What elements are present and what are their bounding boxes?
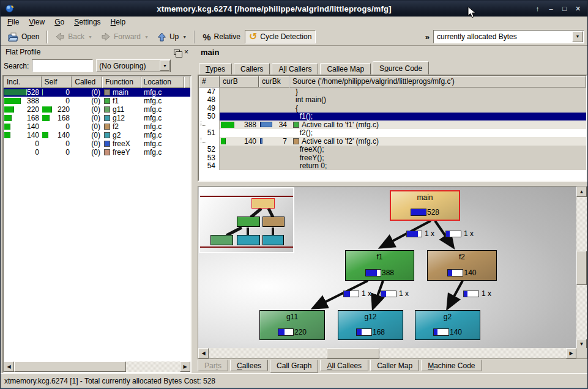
open-button[interactable]: Open <box>4 30 43 44</box>
minimize-button[interactable]: – <box>546 5 556 12</box>
toolbar-overflow-button[interactable]: » <box>425 32 430 42</box>
graph-node-main[interactable]: main 528 <box>390 190 460 221</box>
tab-callees[interactable]: Callees <box>230 360 268 371</box>
menu-go[interactable]: Go <box>50 17 69 28</box>
flat-table-hscrollbar[interactable]: ◀ ▶ <box>4 361 190 372</box>
chevron-down-icon[interactable]: ▼ <box>572 31 583 42</box>
table-row-freeY[interactable]: 0 0 (0) freeY mfg.c <box>4 148 190 157</box>
source-line[interactable]: 53 freeY(); <box>199 154 586 162</box>
function-color-swatch <box>104 115 110 121</box>
dock-close-icon[interactable]: × <box>184 49 188 55</box>
tab-call-graph[interactable]: Call Graph <box>270 360 318 373</box>
edge-label-main-f2: 1 x <box>445 229 474 238</box>
graph-hscrollbar[interactable]: ◀ ▶ <box>198 348 576 358</box>
grouping-combobox[interactable]: (No Grouping) ▼ <box>96 59 171 72</box>
source-line[interactable]: 47} <box>199 87 586 96</box>
source-line-selected[interactable]: 50 f1(); <box>199 113 586 121</box>
scroll-right-icon[interactable]: ▶ <box>180 361 190 372</box>
event-type-combobox[interactable]: currently allocated Bytes ▼ <box>433 30 584 43</box>
column-header-linenum[interactable]: # <box>199 76 220 87</box>
menu-settings[interactable]: Settings <box>69 17 105 28</box>
table-row-g11[interactable]: 220 220 (0) g11 mfg.c <box>4 105 190 114</box>
scroll-up-icon[interactable]: ▲ <box>576 187 587 197</box>
menu-file[interactable]: File <box>2 17 24 28</box>
source-line[interactable]: 51 f2(); <box>199 129 586 138</box>
function-color-swatch <box>104 141 110 147</box>
cycle-arrow-icon: ↺ <box>249 32 257 41</box>
minimap-node-f2 <box>262 217 285 227</box>
source-line[interactable]: 48int main() <box>199 96 586 105</box>
scroll-right-icon[interactable]: ▶ <box>566 348 576 358</box>
tab-parts[interactable]: Parts <box>198 360 228 371</box>
scrollbar-thumb[interactable] <box>327 348 379 358</box>
tab-all-callees[interactable]: All Callees <box>320 360 368 371</box>
panel-splitter-horizontal[interactable] <box>198 182 587 186</box>
function-color-swatch <box>104 124 110 130</box>
column-header-incl[interactable]: Incl. <box>4 76 42 88</box>
search-input[interactable] <box>32 59 93 72</box>
source-line[interactable]: 49{ <box>199 104 586 113</box>
function-color-swatch <box>293 122 299 128</box>
app-icon <box>5 4 15 14</box>
source-line[interactable]: 54 return 0; <box>199 162 586 171</box>
column-header-source[interactable]: Source ('/home/philippe/valgrind/littlep… <box>289 76 586 87</box>
graph-node-f1[interactable]: f1 388 <box>345 250 414 281</box>
graph-node-g11[interactable]: g11 220 <box>259 310 325 340</box>
toolbar-separator <box>194 31 195 43</box>
graph-node-g12[interactable]: g12 168 <box>338 310 403 340</box>
tab-callers[interactable]: Callers <box>234 63 270 75</box>
back-button[interactable]: Back▼ <box>51 30 97 43</box>
source-call-row[interactable]: 140 7 Active call to 'f2' (mfg.c) <box>199 137 586 146</box>
maximize-button[interactable]: □ <box>559 5 570 12</box>
column-header-filler <box>184 76 190 88</box>
graph-node-g2[interactable]: g2 140 <box>415 310 480 340</box>
tab-types[interactable]: Types <box>199 63 232 75</box>
function-color-swatch <box>104 149 110 155</box>
relative-toggle-button[interactable]: % Relative <box>198 29 245 45</box>
column-header-function[interactable]: Function <box>102 76 142 88</box>
forward-button[interactable]: Forward▼ <box>97 30 153 43</box>
table-row-freeX[interactable]: 0 0 (0) freeX mfg.c <box>4 139 190 148</box>
tab-caller-map[interactable]: Caller Map <box>370 360 419 371</box>
table-row-g2[interactable]: 140 140 (0) g2 mfg.c <box>4 131 190 139</box>
dock-float-icon[interactable] <box>174 50 180 55</box>
close-button[interactable]: ✕ <box>573 5 583 13</box>
panel-splitter-vertical[interactable] <box>192 46 198 373</box>
graph-node-f2[interactable]: f2 140 <box>427 250 497 281</box>
tab-all-callers[interactable]: All Callers <box>272 63 318 75</box>
toolbar: Open Back▼ Forward▼ Up▼ % Relative ↺ Cyc… <box>1 28 587 46</box>
call-graph-canvas[interactable]: main 528 f1 388 f2 140 g11 220 g12 168 g… <box>198 187 576 348</box>
scroll-left-icon[interactable]: ◀ <box>4 361 14 372</box>
menu-help[interactable]: Help <box>106 17 131 28</box>
table-row-f1[interactable]: 388 0 (0) f1 mfg.c <box>4 97 190 105</box>
graph-birdseye-view[interactable] <box>199 187 294 253</box>
graph-vscrollbar[interactable]: ▲ ▼ <box>576 187 587 349</box>
column-header-self[interactable]: Self <box>42 76 72 88</box>
keep-above-button[interactable]: ↑ <box>532 5 543 12</box>
column-header-curbk[interactable]: curBk <box>259 76 289 87</box>
source-code-view: # curB curBk Source ('/home/philippe/val… <box>198 75 587 182</box>
menu-view[interactable]: View <box>24 17 50 28</box>
scrollbar-thumb[interactable] <box>576 251 587 285</box>
dock-title: Flat Profile <box>6 48 40 56</box>
chevron-down-icon[interactable]: ▼ <box>160 61 169 71</box>
source-call-row[interactable]: 388 34 Active call to 'f1' (mfg.c) <box>199 120 586 129</box>
scroll-left-icon[interactable]: ◀ <box>198 348 209 358</box>
scrollbar-thumb[interactable] <box>14 361 126 372</box>
tab-callee-map[interactable]: Callee Map <box>320 63 371 75</box>
tab-machine-code[interactable]: Machine Code <box>421 360 482 371</box>
cycle-detection-toggle-button[interactable]: ↺ Cycle Detection <box>245 30 316 43</box>
active-function-title: main <box>201 48 219 57</box>
call-graph-panel: main 528 f1 388 f2 140 g11 220 g12 168 g… <box>198 186 587 359</box>
table-row-f2[interactable]: 140 0 (0) f2 mfg.c <box>4 122 190 131</box>
table-row-g12[interactable]: 168 168 (0) g12 mfg.c <box>4 114 190 122</box>
up-button[interactable]: Up▼ <box>153 30 191 44</box>
table-row-main[interactable]: 528 0 (0) main mfg.c <box>4 88 190 97</box>
edge-label-f2-g2: 1 x <box>463 289 491 298</box>
column-header-called[interactable]: Called <box>72 76 102 88</box>
column-header-curb[interactable]: curB <box>220 76 259 87</box>
tab-source-code[interactable]: Source Code <box>373 61 429 75</box>
source-line[interactable]: 52 freeX(); <box>199 146 586 154</box>
titlebar: xtmemory.kcg.6274 [/home/philippe/valgri… <box>1 1 587 17</box>
column-header-location[interactable]: Location <box>141 76 184 88</box>
